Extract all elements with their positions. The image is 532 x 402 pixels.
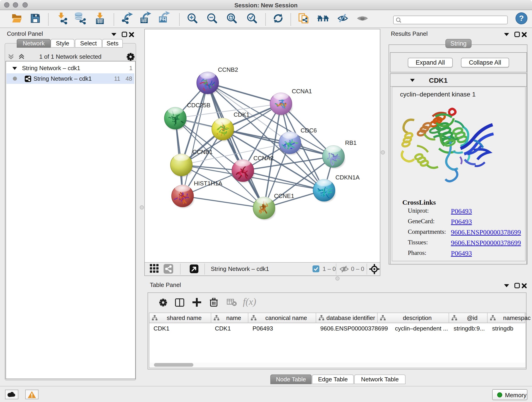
svg-text:HIST1H1A: HIST1H1A xyxy=(194,180,222,187)
svg-text:CCNB1: CCNB1 xyxy=(192,148,213,155)
svg-text:CCNA2: CCNA2 xyxy=(253,155,273,162)
svg-text:?: ? xyxy=(519,14,524,22)
svg-text:CDC25B: CDC25B xyxy=(187,102,210,109)
svg-text:CDK1: CDK1 xyxy=(234,111,249,118)
svg-text:CCNA1: CCNA1 xyxy=(292,88,312,95)
svg-text:RB1: RB1 xyxy=(345,139,357,146)
svg-text:CDC6: CDC6 xyxy=(301,127,317,134)
svg-text:CDKN1A: CDKN1A xyxy=(336,174,360,181)
svg-text:CCNE1: CCNE1 xyxy=(274,192,294,199)
svg-text:CCNB2: CCNB2 xyxy=(218,66,238,73)
